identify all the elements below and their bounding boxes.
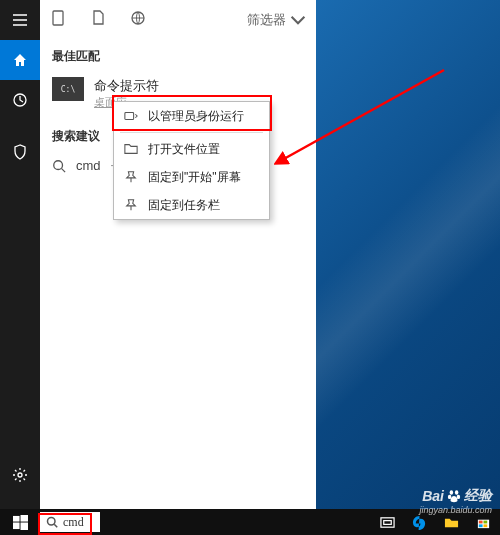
filter-label: 筛选器 [247, 11, 286, 29]
cmd-icon: C:\ [52, 77, 84, 101]
svg-point-12 [48, 518, 56, 526]
pin-taskbar-icon [124, 198, 138, 212]
svg-rect-11 [20, 522, 28, 530]
shield-icon[interactable] [0, 132, 40, 172]
search-icon [46, 516, 58, 528]
folder-icon [124, 142, 138, 156]
menu-pin-start[interactable]: 固定到"开始"屏幕 [114, 163, 269, 191]
menu-icon[interactable] [0, 0, 40, 40]
start-button[interactable] [0, 509, 40, 535]
context-menu: 以管理员身份运行 打开文件位置 固定到"开始"屏幕 固定到任务栏 [113, 101, 270, 220]
suggest-text: cmd [76, 158, 101, 173]
menu-run-as-admin[interactable]: 以管理员身份运行 [114, 102, 269, 130]
app-name: 命令提示符 [94, 77, 159, 95]
svg-rect-19 [483, 524, 487, 527]
svg-rect-13 [380, 517, 393, 526]
web-filter-icon[interactable] [130, 10, 146, 30]
svg-rect-10 [13, 522, 20, 529]
search-icon [52, 159, 66, 173]
svg-rect-6 [125, 113, 134, 120]
documents-filter-icon[interactable] [90, 10, 106, 30]
menu-open-location[interactable]: 打开文件位置 [114, 135, 269, 163]
panel-header: 筛选器 [40, 0, 316, 40]
desktop-wallpaper [316, 0, 500, 535]
chevron-down-icon [290, 12, 306, 28]
svg-rect-8 [13, 515, 20, 521]
pin-start-icon [124, 170, 138, 184]
search-text: cmd [63, 515, 84, 530]
svg-point-1 [18, 473, 22, 477]
taskbar: cmd [0, 509, 500, 535]
search-results-panel: 筛选器 最佳匹配 C:\ 命令提示符 桌面应 搜索建议 cmd - 查 [40, 0, 316, 510]
apps-filter-icon[interactable] [50, 10, 66, 30]
menu-pin-taskbar[interactable]: 固定到任务栏 [114, 191, 269, 219]
svg-rect-17 [483, 520, 487, 523]
svg-rect-18 [478, 524, 482, 527]
clock-icon[interactable] [0, 80, 40, 120]
svg-rect-14 [383, 520, 391, 524]
cortana-sidebar [0, 0, 40, 535]
taskbar-search-box[interactable]: cmd [40, 512, 100, 532]
home-icon[interactable] [0, 40, 40, 80]
best-match-title: 最佳匹配 [40, 40, 316, 71]
folder-icon[interactable] [440, 509, 462, 535]
settings-icon[interactable] [0, 455, 40, 495]
task-view-icon[interactable] [376, 509, 398, 535]
menu-divider [120, 132, 263, 133]
svg-rect-9 [20, 515, 28, 522]
store-icon[interactable] [472, 509, 494, 535]
run-as-admin-icon [124, 109, 138, 123]
svg-rect-16 [478, 520, 482, 523]
filter-dropdown[interactable]: 筛选器 [247, 11, 306, 29]
svg-rect-3 [53, 11, 63, 25]
svg-point-5 [54, 160, 63, 169]
edge-icon[interactable] [408, 509, 430, 535]
